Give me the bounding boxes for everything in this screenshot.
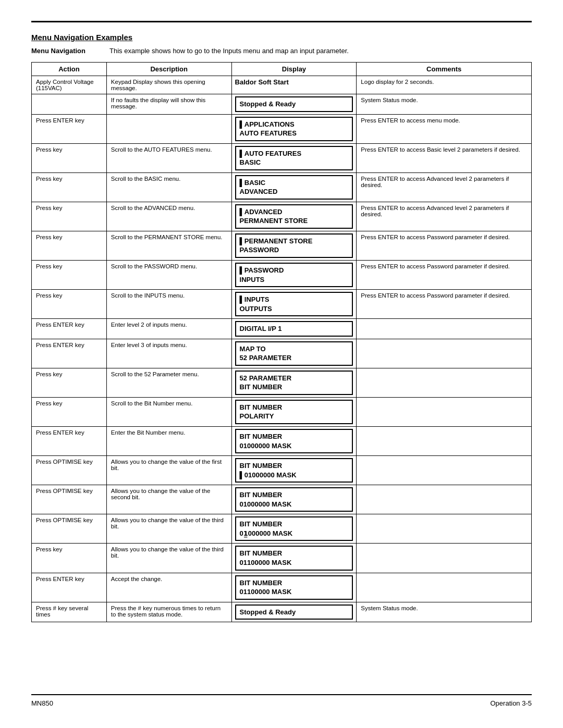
lcd-display-box: ▌INPUTS OUTPUTS bbox=[235, 292, 353, 316]
lcd-display-box: BIT NUMBER 01100000 MASK bbox=[235, 575, 353, 600]
cell-comments: Press ENTER to access menu mode. bbox=[357, 114, 532, 143]
menu-nav-label: Menu Navigation bbox=[31, 47, 99, 55]
lcd-display-box: ▌PERMANENT STORE PASSWORD bbox=[235, 233, 353, 258]
section-title: Menu Navigation Examples bbox=[31, 33, 532, 42]
footer-left: MN850 bbox=[31, 699, 53, 707]
cell-description: Allows you to change the value of the se… bbox=[106, 485, 231, 514]
table-row: Apply Control Voltage (115VAC)Keypad Dis… bbox=[32, 76, 532, 94]
footer-right: Operation 3-5 bbox=[491, 699, 532, 707]
lcd-display-box: 52 PARAMETER BIT NUMBER bbox=[235, 371, 353, 395]
cell-description: Scroll to the INPUTS menu. bbox=[106, 290, 231, 319]
menu-nav-description: This example shows how to go to the Inpu… bbox=[109, 47, 349, 55]
lcd-display-box: ▌ADVANCED PERMANENT STORE bbox=[235, 204, 353, 229]
cell-description: Press the # key numerous times to return… bbox=[106, 602, 231, 622]
cell-action: Press key bbox=[32, 544, 107, 573]
footer: MN850 Operation 3-5 bbox=[31, 694, 532, 707]
cell-display: BIT NUMBER 01100000 MASK bbox=[231, 544, 357, 573]
cell-display: ▌PERMANENT STORE PASSWORD bbox=[231, 231, 357, 260]
cell-display: ▌PASSWORD INPUTS bbox=[231, 261, 357, 290]
cell-display: ▌ADVANCED PERMANENT STORE bbox=[231, 202, 357, 231]
cell-display: ▌AUTO FEATURES BASIC bbox=[231, 143, 357, 172]
cell-display: BIT NUMBER 01000000 MASK bbox=[231, 485, 357, 514]
cell-action: Press OPTIMISE key bbox=[32, 485, 107, 514]
cell-display: Stopped & Ready bbox=[231, 94, 357, 115]
cell-action: Press key bbox=[32, 290, 107, 319]
cell-comments: Press ENTER to access Password parameter… bbox=[357, 290, 532, 319]
table-row: Press keyScroll to the BASIC menu.▌BASIC… bbox=[32, 172, 532, 202]
col-header-action: Action bbox=[32, 63, 107, 76]
cell-display: ▌BASIC ADVANCED bbox=[231, 172, 357, 202]
lcd-display-box: Stopped & Ready bbox=[235, 604, 353, 620]
cell-description: Scroll to the Bit Number menu. bbox=[106, 397, 231, 426]
cell-display: BIT NUMBER ▌01000000 MASK bbox=[231, 456, 357, 485]
col-header-description: Description bbox=[106, 63, 231, 76]
cell-action: Press ENTER key bbox=[32, 114, 107, 143]
cell-action: Press # key several times bbox=[32, 602, 107, 622]
cell-description: Enter level 3 of inputs menu. bbox=[106, 339, 231, 368]
table-row: Press ENTER keyEnter the Bit Number menu… bbox=[32, 427, 532, 456]
table-row: Press OPTIMISE keyAllows you to change t… bbox=[32, 456, 532, 485]
cell-comments bbox=[357, 397, 532, 426]
cell-action: Press ENTER key bbox=[32, 573, 107, 602]
cell-description bbox=[106, 114, 231, 143]
content-area: Menu Navigation Examples Menu Navigation… bbox=[31, 21, 532, 678]
cell-display: BIT NUMBER 01̲000000 MASK bbox=[231, 514, 357, 544]
cell-description: Keypad Display shows this opening messag… bbox=[106, 76, 231, 94]
cell-description: Scroll to the 52 Parameter menu. bbox=[106, 368, 231, 397]
cell-description: Allows you to change the value of the fi… bbox=[106, 456, 231, 485]
table-row: Press ENTER keyAccept the change.BIT NUM… bbox=[32, 573, 532, 602]
cell-action: Press key bbox=[32, 172, 107, 202]
main-table: Action Description Display Comments Appl… bbox=[31, 62, 532, 622]
cell-action: Press ENTER key bbox=[32, 319, 107, 339]
cell-action: Press key bbox=[32, 368, 107, 397]
cell-comments bbox=[357, 514, 532, 544]
table-row: Press keyScroll to the PASSWORD menu.▌PA… bbox=[32, 261, 532, 290]
cell-comments: System Status mode. bbox=[357, 602, 532, 622]
cell-description: Scroll to the ADVANCED menu. bbox=[106, 202, 231, 231]
cell-comments bbox=[357, 368, 532, 397]
table-row: Press keyScroll to the PERMANENT STORE m… bbox=[32, 231, 532, 260]
cell-action: Press OPTIMISE key bbox=[32, 456, 107, 485]
lcd-display-box: BIT NUMBER POLARITY bbox=[235, 400, 353, 424]
table-row: Press keyScroll to the ADVANCED menu.▌AD… bbox=[32, 202, 532, 231]
cell-comments bbox=[357, 485, 532, 514]
lcd-display-box: ▌AUTO FEATURES BASIC bbox=[235, 146, 353, 170]
lcd-display-box: Stopped & Ready bbox=[235, 96, 353, 112]
cell-display: Baldor Soft Start bbox=[231, 76, 357, 94]
table-row: Press OPTIMISE keyAllows you to change t… bbox=[32, 485, 532, 514]
cell-action: Press key bbox=[32, 261, 107, 290]
cell-description: Scroll to the PASSWORD menu. bbox=[106, 261, 231, 290]
cell-display: ▌INPUTS OUTPUTS bbox=[231, 290, 357, 319]
page-wrapper: Menu Navigation Examples Menu Navigation… bbox=[31, 21, 532, 707]
table-row: Press keyScroll to the Bit Number menu.B… bbox=[32, 397, 532, 426]
cell-action: Press OPTIMISE key bbox=[32, 514, 107, 544]
cell-display: BIT NUMBER 01100000 MASK bbox=[231, 573, 357, 602]
cell-action: Apply Control Voltage (115VAC) bbox=[32, 76, 107, 94]
table-row: Press keyAllows you to change the value … bbox=[32, 544, 532, 573]
menu-nav-intro: Menu Navigation This example shows how t… bbox=[31, 47, 532, 55]
cell-display: MAP TO 52 PARAMETER bbox=[231, 339, 357, 368]
cell-description: Allows you to change the value of the th… bbox=[106, 514, 231, 544]
cell-comments: System Status mode. bbox=[357, 94, 532, 115]
table-row: Press OPTIMISE keyAllows you to change t… bbox=[32, 514, 532, 544]
lcd-display-box: MAP TO 52 PARAMETER bbox=[235, 341, 353, 366]
cell-comments: Logo display for 2 seconds. bbox=[357, 76, 532, 94]
cell-display: BIT NUMBER POLARITY bbox=[231, 397, 357, 426]
table-row: Press ENTER keyEnter level 3 of inputs m… bbox=[32, 339, 532, 368]
cell-action: Press key bbox=[32, 202, 107, 231]
table-row: Press keyScroll to the INPUTS menu.▌INPU… bbox=[32, 290, 532, 319]
col-header-comments: Comments bbox=[357, 63, 532, 76]
cell-comments: Press ENTER to access Password parameter… bbox=[357, 261, 532, 290]
display-text: Baldor Soft Start bbox=[235, 78, 289, 86]
cell-display: DIGITAL I/P 1 bbox=[231, 319, 357, 339]
cell-description: Scroll to the AUTO FEATURES menu. bbox=[106, 143, 231, 172]
cell-comments bbox=[357, 456, 532, 485]
lcd-display-box: ▌BASIC ADVANCED bbox=[235, 175, 353, 200]
table-row: Press keyScroll to the AUTO FEATURES men… bbox=[32, 143, 532, 172]
cell-action: Press ENTER key bbox=[32, 427, 107, 456]
cell-comments bbox=[357, 573, 532, 602]
cell-comments: Press ENTER to access Advanced level 2 p… bbox=[357, 172, 532, 202]
lcd-display-box: DIGITAL I/P 1 bbox=[235, 321, 353, 337]
cell-description: If no faults the display will show this … bbox=[106, 94, 231, 115]
cell-comments bbox=[357, 319, 532, 339]
